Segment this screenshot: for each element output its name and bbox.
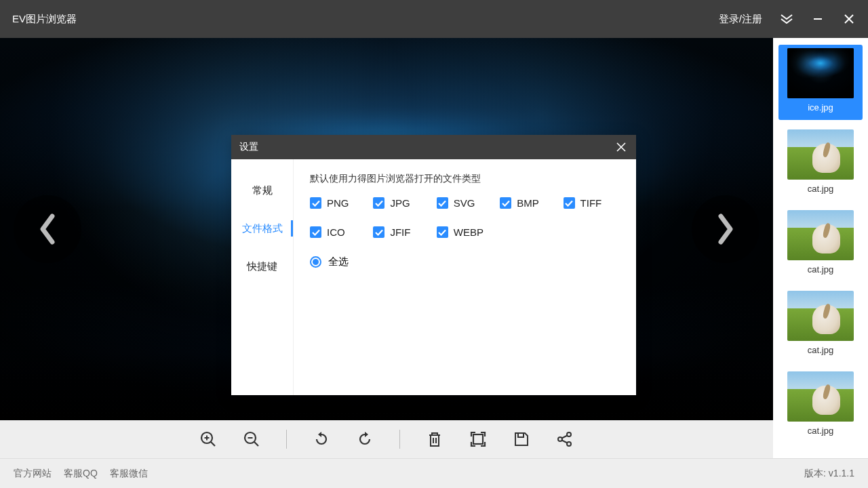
settings-tab[interactable]: 快捷键 — [231, 247, 293, 285]
thumbnail-item[interactable]: cat.jpg — [778, 127, 863, 201]
checkbox-icon[interactable] — [564, 197, 575, 209]
select-all-radio[interactable] — [310, 256, 321, 268]
toolbar — [0, 420, 773, 458]
prev-button[interactable] — [14, 195, 81, 263]
svg-rect-9 — [518, 433, 524, 437]
select-all-label: 全选 — [328, 256, 349, 268]
rotate-left-button[interactable] — [313, 430, 330, 448]
footer-link[interactable]: 客服QQ — [64, 468, 98, 480]
settings-tabs: 常规文件格式快捷键 — [231, 159, 294, 395]
format-label: TIFF — [580, 197, 602, 209]
settings-title: 设置 — [239, 141, 614, 153]
save-button[interactable] — [513, 430, 530, 448]
svg-point-10 — [558, 437, 562, 441]
separator — [286, 430, 287, 449]
checkbox-icon[interactable] — [310, 197, 321, 209]
zoom-out-button[interactable] — [243, 430, 260, 448]
svg-line-14 — [562, 441, 568, 443]
svg-line-13 — [562, 436, 568, 439]
settings-dialog: 设置 常规文件格式快捷键 默认使用力得图片浏览器打开的文件类型 PNGJPGSV… — [231, 135, 636, 395]
format-option[interactable]: TIFF — [564, 197, 620, 209]
format-label: SVG — [454, 197, 475, 209]
minimize-button[interactable] — [811, 12, 825, 26]
footer-link[interactable]: 官方网站 — [14, 468, 52, 480]
format-label: ICO — [327, 226, 345, 238]
dropdown-icon[interactable] — [780, 12, 793, 26]
thumbnail-name: cat.jpg — [805, 180, 836, 198]
checkbox-icon[interactable] — [310, 226, 321, 238]
footer-link[interactable]: 客服微信 — [110, 468, 148, 480]
next-button[interactable] — [692, 195, 760, 263]
thumbnail-item[interactable]: ice.jpg — [778, 45, 863, 120]
checkbox-icon[interactable] — [500, 197, 511, 209]
format-option[interactable]: SVG — [437, 197, 493, 209]
thumbnail-name: cat.jpg — [805, 260, 836, 279]
checkbox-icon[interactable] — [437, 226, 448, 238]
thumbnail-name: cat.jpg — [805, 422, 836, 440]
svg-point-12 — [567, 442, 571, 446]
format-option[interactable]: PNG — [310, 197, 366, 209]
checkbox-icon[interactable] — [373, 197, 384, 209]
zoom-in-button[interactable] — [199, 430, 217, 448]
app-title: EV图片浏览器 — [12, 13, 719, 26]
format-label: JFIF — [390, 226, 410, 238]
checkbox-icon[interactable] — [437, 197, 448, 209]
format-label: WEBP — [454, 226, 484, 238]
settings-tab[interactable]: 常规 — [231, 171, 293, 209]
thumbnail-item[interactable]: cat.jpg — [778, 288, 863, 362]
format-option[interactable]: ICO — [310, 226, 366, 238]
delete-button[interactable] — [426, 430, 443, 448]
main-image: 设置 常规文件格式快捷键 默认使用力得图片浏览器打开的文件类型 PNGJPGSV… — [0, 38, 773, 420]
share-button[interactable] — [556, 430, 574, 448]
format-option[interactable]: JPG — [373, 197, 429, 209]
close-button[interactable] — [842, 12, 856, 26]
login-link[interactable]: 登录/注册 — [719, 13, 762, 26]
thumbnail-name: ice.jpg — [805, 98, 836, 117]
svg-point-11 — [567, 432, 571, 436]
format-option[interactable]: WEBP — [437, 226, 493, 238]
separator — [399, 430, 400, 449]
format-option[interactable]: BMP — [500, 197, 556, 209]
settings-tab[interactable]: 文件格式 — [231, 209, 293, 247]
format-option[interactable]: JFIF — [373, 226, 429, 238]
format-label: JPG — [390, 197, 410, 209]
svg-line-6 — [254, 442, 258, 446]
fullscreen-button[interactable] — [469, 430, 487, 448]
thumbnail-sidebar[interactable]: ice.jpgcat.jpgcat.jpgcat.jpgcat.jpg — [773, 38, 868, 458]
thumbnail-name: cat.jpg — [805, 341, 836, 359]
settings-close-button[interactable] — [614, 140, 628, 154]
titlebar: EV图片浏览器 登录/注册 — [0, 0, 868, 38]
thumbnail-item[interactable]: cat.jpg — [778, 207, 863, 281]
svg-rect-8 — [473, 434, 483, 444]
checkbox-icon[interactable] — [373, 226, 384, 238]
settings-description: 默认使用力得图片浏览器打开的文件类型 — [310, 173, 620, 185]
svg-line-2 — [211, 442, 215, 446]
footer: 官方网站客服QQ客服微信 版本: v1.1.1 — [0, 458, 868, 488]
format-label: PNG — [327, 197, 349, 209]
thumbnail-item[interactable]: cat.jpg — [778, 369, 863, 443]
rotate-right-button[interactable] — [356, 430, 374, 448]
version-label: 版本: v1.1.1 — [804, 468, 854, 480]
format-label: BMP — [517, 197, 539, 209]
